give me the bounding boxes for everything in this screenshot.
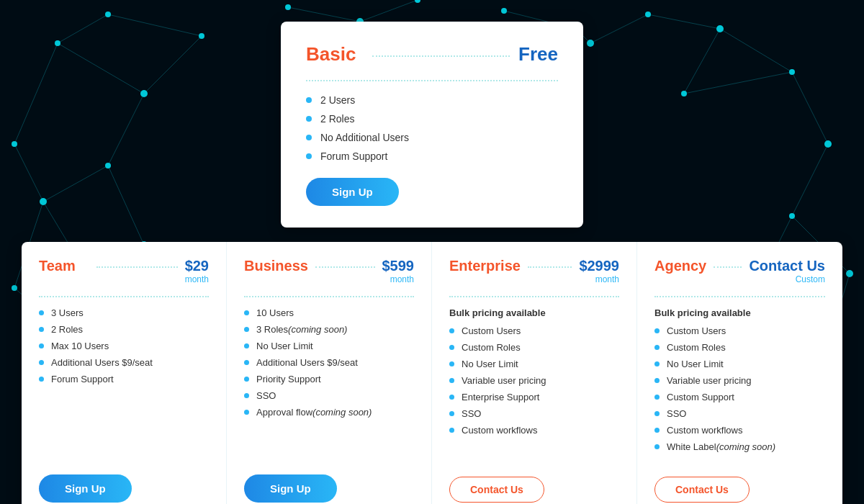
enterprise-plan-price: $2999 month [579,258,619,284]
list-item: White Label (coming soon) [654,441,825,452]
basic-feature-list: 2 Users 2 Roles No Additional Users Foru… [306,94,558,162]
list-item: Custom Roles [654,342,825,353]
list-item: No User Limit [244,341,414,351]
business-plan-price: $599 month [382,258,415,284]
business-col-footer: Sign Up [244,467,414,503]
business-price-period: month [382,274,415,284]
enterprise-col-divider [449,296,619,297]
list-item: Custom Support [654,392,825,402]
enterprise-feature-list: Custom Users Custom Roles No User Limit … [449,325,619,458]
list-item: Custom Users [654,325,825,336]
basic-signup-button[interactable]: Sign Up [306,178,399,206]
list-item: Forum Support [306,150,558,162]
list-item: No Additional Users [306,132,558,143]
list-item: No User Limit [449,359,619,369]
agency-plan-dots [714,266,742,268]
business-plan-header: Business $599 month [244,258,414,284]
business-feature-list: 10 Users 3 Roles (coming soon) No User L… [244,307,414,456]
team-signup-button[interactable]: Sign Up [39,474,132,503]
agency-plan-name: Agency [654,258,706,274]
list-item: Priority Support [244,374,414,384]
list-item: SSO [449,408,619,419]
team-plan-price: $29 month [185,258,209,284]
basic-plan-header: Basic Free [306,43,558,66]
enterprise-contact-button[interactable]: Contact Us [449,477,544,503]
basic-plan-price: Free [518,43,558,66]
list-item: 2 Roles [39,324,209,335]
basic-plan-name: Basic [306,43,364,66]
team-plan-dots [96,266,178,268]
list-item: Additional Users $9/seat [39,357,209,368]
business-signup-button[interactable]: Sign Up [244,474,337,503]
agency-bulk-label: Bulk pricing available [654,307,825,318]
list-item: Custom Roles [449,342,619,353]
enterprise-bulk-label: Bulk pricing available [449,307,619,318]
team-plan-header: Team $29 month [39,258,209,284]
list-item: Custom workflows [449,425,619,436]
list-item: 3 Users [39,307,209,318]
team-price-period: month [185,274,209,284]
team-price-amount: $29 [185,258,209,274]
basic-plan-divider [306,80,558,81]
team-plan-col: Team $29 month 3 Users 2 Roles Max 10 Us… [22,242,227,504]
list-item: Approval flow (coming soon) [244,407,414,418]
list-item: Additional Users $9/seat [244,357,414,368]
agency-feature-list: Custom Users Custom Roles No User Limit … [654,325,825,458]
enterprise-plan-name: Enterprise [449,258,521,274]
content-wrapper: Basic Free 2 Users 2 Roles No Additional… [0,0,864,504]
list-item: 3 Roles (coming soon) [244,324,414,335]
list-item: 10 Users [244,307,414,318]
list-item: Enterprise Support [449,392,619,402]
team-feature-list: 3 Users 2 Roles Max 10 Users Additional … [39,307,209,456]
agency-plan-price: Contact Us Custom [749,258,825,284]
list-item: SSO [244,390,414,401]
basic-plan-dots [372,55,510,57]
list-item: Variable user pricing [654,375,825,386]
list-item: 2 Roles [306,113,558,125]
agency-price-amount: Contact Us [749,258,825,274]
pricing-grid: Team $29 month 3 Users 2 Roles Max 10 Us… [22,242,842,504]
business-col-divider [244,296,414,297]
enterprise-price-period: month [579,274,619,284]
enterprise-col-footer: Contact Us [449,469,619,503]
list-item: 2 Users [306,94,558,106]
team-col-divider [39,296,209,297]
agency-plan-header: Agency Contact Us Custom [654,258,825,284]
business-price-amount: $599 [382,258,415,274]
list-item: Custom Users [449,325,619,336]
enterprise-plan-header: Enterprise $2999 month [449,258,619,284]
list-item: Max 10 Users [39,341,209,351]
enterprise-plan-dots [528,266,572,268]
business-plan-name: Business [244,258,308,274]
team-col-footer: Sign Up [39,467,209,503]
agency-plan-col: Agency Contact Us Custom Bulk pricing av… [637,242,842,504]
basic-plan-card: Basic Free 2 Users 2 Roles No Additional… [281,22,583,228]
list-item: SSO [654,408,825,419]
list-item: Custom workflows [654,425,825,436]
business-plan-dots [315,266,375,268]
enterprise-price-amount: $2999 [579,258,619,274]
agency-contact-button[interactable]: Contact Us [654,477,750,503]
list-item: No User Limit [654,359,825,369]
agency-col-footer: Contact Us [654,469,825,503]
agency-col-divider [654,296,825,297]
list-item: Forum Support [39,374,209,384]
business-plan-col: Business $599 month 10 Users 3 Roles (co… [227,242,432,504]
list-item: Variable user pricing [449,375,619,386]
agency-price-custom: Custom [749,274,825,284]
enterprise-plan-col: Enterprise $2999 month Bulk pricing avai… [432,242,637,504]
team-plan-name: Team [39,258,89,274]
